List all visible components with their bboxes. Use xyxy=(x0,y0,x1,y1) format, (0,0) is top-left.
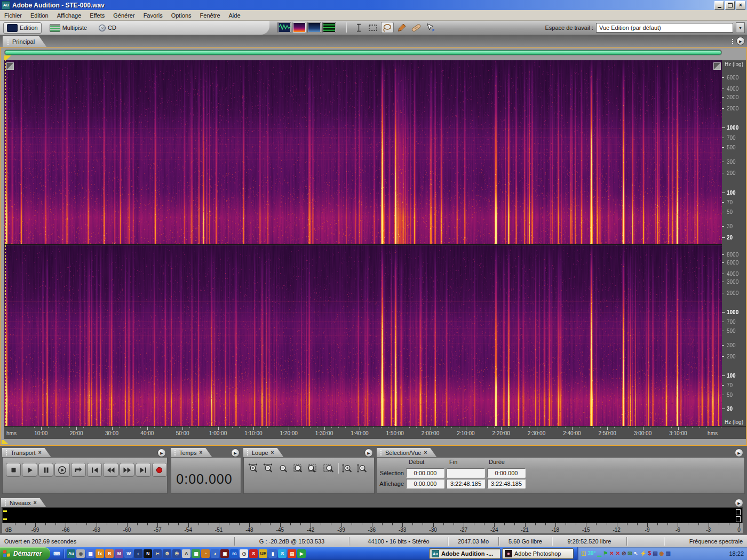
quicklaunch-icon[interactable]: UE xyxy=(259,549,267,558)
loupe-panel-menu-button[interactable]: ▶ xyxy=(364,449,373,457)
principal-panel-menu-button[interactable]: ▶ xyxy=(736,37,745,45)
quicklaunch-icon[interactable]: S xyxy=(249,549,258,558)
time-selection-tool-button[interactable] xyxy=(352,22,365,33)
tray-money-icon[interactable]: $ xyxy=(648,551,651,556)
zoom-out-horizontal-button[interactable] xyxy=(261,462,275,475)
tray-network-error-icon[interactable]: ✕ xyxy=(609,551,614,556)
quicklaunch-keyboard-icon[interactable]: ⌨ xyxy=(52,549,61,558)
spectral-phase-view-button[interactable] xyxy=(322,22,336,33)
affichage-debut-field[interactable]: 0:00.000 xyxy=(406,479,444,489)
spectrogram-left-channel[interactable] xyxy=(4,60,722,244)
scrollbar-thumb[interactable] xyxy=(5,50,721,55)
menu-fenetre[interactable]: Fenêtre xyxy=(196,11,225,20)
quicklaunch-icon[interactable]: ▶ xyxy=(297,549,306,558)
quicklaunch-icon[interactable]: ◉ xyxy=(76,549,85,558)
marquee-selection-tool-button[interactable] xyxy=(367,22,379,33)
tab-niveaux[interactable]: Niveaux × xyxy=(1,498,46,507)
playhead-marker-top[interactable] xyxy=(4,55,11,60)
tray-meter-icon[interactable]: ◫ xyxy=(581,551,586,556)
rewind-button[interactable] xyxy=(103,463,118,477)
clip-indicator-right[interactable] xyxy=(736,516,741,522)
minimize-button[interactable] xyxy=(714,1,724,10)
menu-aide[interactable]: Aide xyxy=(225,11,245,20)
tray-network-error-icon[interactable]: ✕ xyxy=(616,551,620,556)
menu-fichier[interactable]: Fichier xyxy=(0,11,26,20)
loop-play-button[interactable] xyxy=(71,463,86,477)
spectral-pan-view-button[interactable] xyxy=(307,22,321,33)
tray-minimized-icon[interactable]: ▁ xyxy=(598,551,602,556)
quicklaunch-icon[interactable]: ◔ xyxy=(201,549,210,558)
close-transport-tab[interactable]: × xyxy=(38,450,42,455)
taskbar-task-audition[interactable]: Au Adobe Audition -... xyxy=(429,548,500,559)
quicklaunch-icon[interactable]: B xyxy=(105,549,114,558)
pause-button[interactable] xyxy=(38,463,53,477)
tab-loupe[interactable]: Loupe × xyxy=(243,448,283,457)
quicklaunch-icon[interactable]: ◕ xyxy=(211,549,219,558)
tab-temps[interactable]: Temps × xyxy=(171,448,212,457)
spectral-frequency-view-button[interactable] xyxy=(292,22,306,33)
quicklaunch-icon[interactable]: ▦ xyxy=(192,549,200,558)
menu-generer[interactable]: Générer xyxy=(109,11,139,20)
workspace-dropdown-button[interactable]: ▼ xyxy=(736,22,745,33)
close-loupe-tab[interactable]: × xyxy=(271,450,274,455)
effects-paintbrush-tool-button[interactable] xyxy=(395,22,408,33)
quicklaunch-icon[interactable]: N xyxy=(144,549,152,558)
menu-options[interactable]: Options xyxy=(167,11,196,20)
tray-mail-icon[interactable]: ✉ xyxy=(627,551,632,556)
taskbar-task-photoshop[interactable]: Adobe Photoshop xyxy=(502,548,574,559)
channel-edit-handle-left[interactable] xyxy=(6,62,14,70)
multipiste-mode-button[interactable]: Multipiste xyxy=(46,22,91,34)
edition-mode-button[interactable]: Edition xyxy=(3,22,42,34)
zoom-selection-left-edge-button[interactable] xyxy=(306,462,320,475)
quicklaunch-icon[interactable]: ▣ xyxy=(220,549,229,558)
selection-duree-field[interactable]: 0:00.000 xyxy=(487,468,526,478)
clip-indicator-left[interactable] xyxy=(736,509,741,515)
channel-edit-handle-right[interactable] xyxy=(713,62,721,70)
tray-pointer-icon[interactable]: ↖ xyxy=(634,551,638,556)
affichage-fin-field[interactable]: 3:22:48.185 xyxy=(447,479,485,489)
playhead-cursor[interactable] xyxy=(5,60,6,426)
time-ruler[interactable]: hmshms10:0020:0030:0040:0050:001:00:001:… xyxy=(4,426,722,439)
zoom-selection-right-edge-button[interactable] xyxy=(321,462,335,475)
tray-blocked-icon[interactable]: ⊘ xyxy=(622,551,626,556)
selection-fin-field[interactable] xyxy=(447,468,485,478)
quicklaunch-icon[interactable]: ⚙ xyxy=(163,549,171,558)
workspace-select[interactable]: Vue Edition (par défaut) xyxy=(596,23,733,33)
quicklaunch-pdf-icon[interactable]: ▤ xyxy=(288,549,296,558)
waveform-view-button[interactable] xyxy=(277,22,291,33)
tab-selection-vue[interactable]: Sélection/Vue × xyxy=(377,448,436,457)
start-button[interactable]: Démarrer xyxy=(0,547,50,560)
cd-mode-button[interactable]: CD xyxy=(95,23,120,33)
niveaux-panel-menu-button[interactable]: ▶ xyxy=(735,499,743,507)
go-to-beginning-button[interactable] xyxy=(87,463,102,477)
quicklaunch-icon[interactable]: ✇ xyxy=(172,549,181,558)
scrub-tool-button[interactable] xyxy=(424,22,437,33)
menu-affichage[interactable]: Affichage xyxy=(53,11,86,20)
stop-button[interactable] xyxy=(6,463,21,477)
spectrogram-right-channel[interactable] xyxy=(4,245,722,426)
transport-panel-menu-button[interactable]: ▶ xyxy=(157,449,166,457)
tray-power-icon[interactable]: ⚡ xyxy=(640,551,646,556)
temps-panel-menu-button[interactable]: ▶ xyxy=(231,449,240,457)
frequency-ruler[interactable]: Hz (log)60004000300020001000700500300200… xyxy=(722,60,746,439)
tab-principal[interactable]: Principal xyxy=(3,36,46,47)
menu-edition[interactable]: Edition xyxy=(26,11,53,20)
record-button[interactable] xyxy=(152,463,167,477)
quicklaunch-word-icon[interactable]: W xyxy=(124,549,133,558)
close-temps-tab[interactable]: × xyxy=(199,450,202,455)
spot-healing-brush-tool-button[interactable] xyxy=(410,22,423,33)
tray-mouse-icon[interactable]: ◉ xyxy=(659,551,664,556)
zoom-in-vertical-button[interactable] xyxy=(341,462,355,475)
tray-display-icon[interactable]: ▤ xyxy=(653,551,657,556)
horizontal-scrollbar[interactable] xyxy=(4,50,722,55)
tray-temperature-text[interactable]: 39° xyxy=(587,551,595,556)
affichage-duree-field[interactable]: 3:22:48.185 xyxy=(487,479,526,489)
tray-flag-icon[interactable]: ⚑ xyxy=(603,551,608,556)
menu-effets[interactable]: Effets xyxy=(85,11,109,20)
restore-button[interactable] xyxy=(725,1,735,10)
quicklaunch-icon[interactable]: M xyxy=(115,549,123,558)
selection-vue-panel-menu-button[interactable]: ▶ xyxy=(735,449,743,457)
play-button[interactable] xyxy=(22,463,37,477)
quicklaunch-icon[interactable]: ▮ xyxy=(268,549,277,558)
tray-document-icon[interactable]: ▧ xyxy=(665,551,670,556)
